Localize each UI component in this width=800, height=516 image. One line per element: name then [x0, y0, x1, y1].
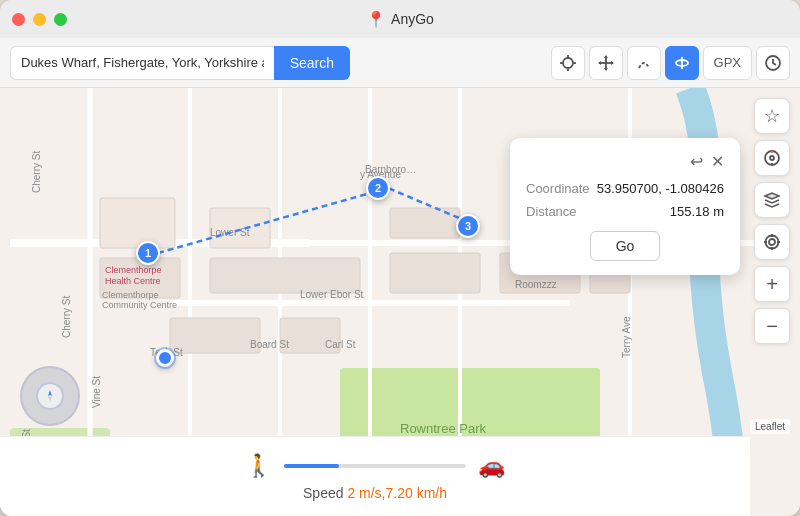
coordinate-row: Coordinate 53.950700, -1.080426 — [526, 181, 724, 196]
zoom-out-button[interactable]: − — [754, 308, 790, 344]
svg-text:Health Centre: Health Centre — [105, 276, 161, 286]
compass-icon — [763, 149, 781, 167]
waypoint-2[interactable]: 2 — [366, 176, 390, 200]
svg-text:Cherry St: Cherry St — [61, 296, 72, 338]
coordinate-value: 53.950700, -1.080426 — [597, 181, 724, 196]
pin-icon: 📍 — [366, 10, 386, 29]
search-input[interactable] — [10, 46, 274, 80]
svg-rect-25 — [100, 198, 175, 248]
svg-point-57 — [770, 156, 774, 160]
zoom-in-icon: + — [766, 273, 778, 296]
zoom-out-icon: − — [766, 315, 778, 338]
speed-value: 2 m/s,7.20 km/h — [347, 485, 447, 501]
waypoint-icon-button[interactable] — [665, 46, 699, 80]
svg-text:Community Centre: Community Centre — [102, 300, 177, 310]
distance-value: 155.18 m — [670, 204, 724, 219]
maximize-button[interactable] — [54, 13, 67, 26]
svg-point-56 — [765, 151, 779, 165]
app-title: 📍 AnyGo — [366, 10, 434, 29]
zoom-in-button[interactable]: + — [754, 266, 790, 302]
speed-slider[interactable] — [284, 464, 466, 468]
svg-marker-67 — [48, 396, 52, 402]
svg-marker-10 — [611, 61, 614, 65]
distance-row: Distance 155.18 m — [526, 204, 724, 219]
compass-needle-icon — [42, 388, 58, 404]
svg-point-0 — [563, 58, 573, 68]
svg-text:Lower St: Lower St — [210, 227, 250, 238]
star-button[interactable]: ☆ — [754, 98, 790, 134]
title-bar: 📍 AnyGo — [0, 0, 800, 38]
compass-inner — [36, 382, 64, 410]
svg-text:Roomzzz: Roomzzz — [515, 279, 557, 290]
svg-rect-32 — [170, 318, 260, 353]
window-controls — [12, 13, 67, 26]
distance-label: Distance — [526, 204, 577, 219]
waypoint-3[interactable]: 3 — [456, 214, 480, 238]
app-title-text: AnyGo — [391, 11, 434, 27]
waypoint-1[interactable]: 1 — [136, 241, 160, 265]
svg-point-61 — [766, 236, 779, 249]
info-panel: ↩ ✕ Coordinate 53.950700, -1.080426 Dist… — [510, 138, 740, 275]
undo-button[interactable]: ↩ — [690, 152, 703, 171]
leaflet-credit: Leaflet — [750, 419, 790, 434]
map-layers-button[interactable] — [754, 182, 790, 218]
svg-text:Clementhorpe: Clementhorpe — [102, 290, 159, 300]
svg-text:Vine St: Vine St — [91, 376, 102, 408]
svg-text:Cherry St: Cherry St — [31, 151, 42, 193]
svg-text:Rowntree Park: Rowntree Park — [400, 421, 486, 436]
svg-rect-28 — [390, 208, 460, 238]
svg-marker-8 — [604, 68, 608, 71]
speed-modes: 🚶 🚗 — [245, 453, 505, 479]
toolbar: Search — [0, 38, 800, 88]
coordinate-label: Coordinate — [526, 181, 590, 196]
svg-text:Board St: Board St — [250, 339, 289, 350]
close-panel-button[interactable]: ✕ — [711, 152, 724, 171]
star-icon: ☆ — [764, 105, 780, 127]
info-panel-header: ↩ ✕ — [526, 152, 724, 171]
compass-button[interactable] — [754, 140, 790, 176]
svg-marker-66 — [48, 390, 52, 396]
speed-slider-fill — [284, 464, 339, 468]
map-area[interactable]: Cherry St Cherry St Vine St Fenwick St A… — [0, 88, 800, 516]
app-window: 📍 AnyGo Search — [0, 0, 800, 516]
current-location — [156, 349, 174, 367]
location-icon — [763, 233, 781, 251]
svg-marker-9 — [598, 61, 601, 65]
svg-point-60 — [769, 239, 775, 245]
close-button[interactable] — [12, 13, 25, 26]
go-button[interactable]: Go — [590, 231, 660, 261]
route-icon-button[interactable] — [627, 46, 661, 80]
crosshair-icon-button[interactable] — [551, 46, 585, 80]
minimize-button[interactable] — [33, 13, 46, 26]
car-icon: 🚗 — [478, 453, 505, 479]
svg-text:Barnboro…: Barnboro… — [365, 164, 416, 175]
svg-rect-26 — [210, 258, 360, 293]
svg-text:Carl St: Carl St — [325, 339, 356, 350]
search-button[interactable]: Search — [274, 46, 350, 80]
svg-marker-7 — [604, 55, 608, 58]
move-icon-button[interactable] — [589, 46, 623, 80]
map-layers-icon — [763, 191, 781, 209]
toolbar-icons: GPX — [551, 46, 790, 80]
svg-text:Terry Ave: Terry Ave — [621, 316, 632, 358]
gpx-button[interactable]: GPX — [703, 46, 752, 80]
svg-text:Lower Ebor St: Lower Ebor St — [300, 289, 364, 300]
right-sidebar: ☆ — [754, 98, 790, 344]
compass-rose[interactable] — [20, 366, 80, 426]
walk-icon: 🚶 — [245, 453, 272, 479]
svg-text:Clementhorpe: Clementhorpe — [105, 265, 162, 275]
location-button[interactable] — [754, 224, 790, 260]
speed-label: Speed 2 m/s,7.20 km/h — [303, 485, 447, 501]
svg-rect-29 — [390, 253, 480, 293]
clock-icon-button[interactable] — [756, 46, 790, 80]
search-container: Search — [10, 46, 350, 80]
speed-panel: 🚶 🚗 Speed 2 m/s,7.20 km/h — [0, 436, 750, 516]
